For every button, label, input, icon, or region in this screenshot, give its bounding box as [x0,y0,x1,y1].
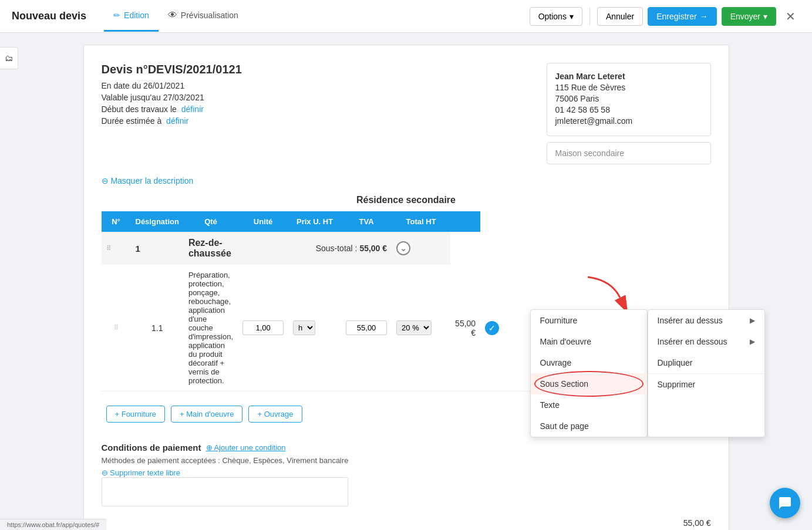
delete-texte-link[interactable]: ⊖ Supprimer texte libre [102,468,711,477]
contact-address1: 115 Rue de Sèvres [555,83,702,92]
document-validity: Valable jusqu'au 27/03/2021 [102,93,523,102]
table-section-row: ⠿ 1 Rez-de-chaussée Sous-total : 55,00 €… [102,232,711,265]
item-total: 55,00 € [450,265,480,391]
conditions-textarea[interactable] [102,477,348,507]
dropdown-item-texte[interactable]: Texte [531,394,647,416]
annuler-button[interactable]: Annuler [597,7,643,26]
section-drag: ⠿ [102,232,131,265]
item-check-icon[interactable]: ✓ [485,321,499,335]
divider [589,8,590,25]
document-header: Devis n°DEVIS/2021/0121 En date du 26/01… [102,63,711,164]
dropdown-item-dupliquer[interactable]: Dupliquer [648,352,764,374]
col-total: Total HT [392,211,450,232]
section-label: Rez-de-chaussée [184,232,238,265]
totals-wrapper: 55,00 € 11,00 € 66,00 € [102,518,711,530]
document-contact: Jean Marc Leteret 115 Rue de Sèvres 7500… [547,63,711,164]
dropdown-item-sous-section[interactable]: Sous Section [531,373,647,394]
col-qty: Qté [184,211,238,232]
section-sous-total: Sous-total : 55,00 € [238,232,392,265]
add-main-oeuvre-button[interactable]: + Main d'oeuvre [171,406,242,423]
table-title: Résidence secondaire [102,195,711,205]
travaux-link[interactable]: définir [181,104,204,114]
add-fourniture-button[interactable]: + Fourniture [106,406,165,423]
insert-type-dropdown: Fourniture Main d'oeuvre Ouvrage Sous Se… [530,309,648,437]
add-ouvrage-button[interactable]: + Ouvrage [248,406,302,423]
arrow-icon: ▶ [750,316,755,325]
item-tva[interactable]: 20 % [392,265,450,391]
tva-select[interactable]: 20 % [396,320,432,335]
main-content: Devis n°DEVIS/2021/0121 En date du 26/01… [0,33,812,530]
section-expand[interactable]: ⌄ [392,232,450,265]
chevron-down-icon: ▾ [570,12,574,21]
contact-address2: 75006 Paris [555,94,702,103]
dropdown-item-inserer-dessus[interactable]: Insérer au dessus ▶ [648,310,764,331]
price-input[interactable] [346,320,387,335]
total-ht-line: 55,00 € [681,518,710,528]
payment-methods: Méthodes de paiement acceptées : Chèque,… [102,456,711,465]
document-duree: Durée estimée à définir [102,116,523,126]
item-num: 1.1 [131,265,184,391]
document-info: Devis n°DEVIS/2021/0121 En date du 26/01… [102,63,523,164]
col-price: Prix U. HT [288,211,341,232]
chat-icon [778,496,792,510]
layout-icon: 🗂 [5,53,13,63]
contact-phone: 01 42 58 65 58 [555,105,702,114]
dropdown-overlay: Fourniture Main d'oeuvre Ouvrage Sous Se… [530,309,765,437]
toggle-description[interactable]: ⊖ Masquer la description [102,176,711,185]
duree-link[interactable]: définir [166,116,188,126]
contact-name: Jean Marc Leteret [555,72,702,81]
col-actions [450,211,480,232]
dropdown-item-supprimer[interactable]: Supprimer [648,374,764,395]
status-url: https://www.obat.fr/app/quotes/# [7,521,99,528]
eye-icon: 👁 [168,10,177,21]
tab-previsualisation-label: Prévisualisation [181,11,238,20]
dropdown-item-fourniture[interactable]: Fourniture [531,310,647,331]
app-header: Nouveau devis ✏ Edition 👁 Prévisualisati… [0,0,812,33]
col-tva: TVA [341,211,392,232]
secondary-label: Maison secondaire [547,142,711,164]
contact-box: Jean Marc Leteret 115 Rue de Sèvres 7500… [547,63,711,136]
tab-edition[interactable]: ✏ Edition [104,1,159,32]
conditions-title: Conditions de paiement ⊕ Ajouter une con… [102,443,711,453]
header-tabs: ✏ Edition 👁 Prévisualisation [104,1,248,32]
pencil-icon: ✏ [113,11,120,20]
page-title: Nouveau devis [12,10,86,22]
col-designation: Désignation [131,211,184,232]
item-price[interactable] [341,265,392,391]
enregistrer-button[interactable]: Enregistrer → [648,7,716,26]
totals-section: 55,00 € 11,00 € 66,00 € [681,518,710,530]
col-unit: Unité [238,211,288,232]
actions-dropdown: Insérer au dessus ▶ Insérer en dessous ▶… [648,309,765,437]
close-button[interactable]: ✕ [781,7,800,26]
dropdown-item-inserer-dessous[interactable]: Insérer en dessous ▶ [648,331,764,352]
table-header-row: N° Désignation Qté Unité Prix U. HT TVA … [102,211,711,232]
sidebar-toggle[interactable]: 🗂 [0,47,18,69]
document-travaux: Début des travaux le définir [102,104,523,114]
section-num: 1 [131,232,184,265]
dropdown-item-main-oeuvre[interactable]: Main d'oeuvre [531,331,647,352]
chevron-down-icon-send: ▾ [763,12,767,21]
add-condition-link[interactable]: ⊕ Ajouter une condition [206,443,286,452]
contact-email: jmleteret@gmail.com [555,116,702,126]
dropdown-item-saut[interactable]: Saut de page [531,416,647,437]
chat-button[interactable] [770,488,800,518]
arrow-icon-2: ▶ [750,337,755,346]
header-actions: Options ▾ Annuler Enregistrer → Envoyer … [530,7,800,26]
tab-previsualisation[interactable]: 👁 Prévisualisation [159,1,248,32]
save-icon: → [700,12,708,21]
item-qty[interactable] [238,265,288,391]
document-card: Devis n°DEVIS/2021/0121 En date du 26/01… [83,45,729,530]
qty-input[interactable] [242,320,284,335]
options-button[interactable]: Options ▾ [530,7,582,26]
expand-icon[interactable]: ⌄ [396,241,410,255]
envoyer-button[interactable]: Envoyer ▾ [722,7,776,26]
status-bar: https://www.obat.fr/app/quotes/# [0,519,106,530]
document-date: En date du 26/01/2021 [102,81,523,90]
item-drag: ⠿ [102,265,131,391]
item-description: Préparation, protection, ponçage, rebouc… [184,265,238,391]
unit-select[interactable]: h [293,320,315,335]
dropdown-item-ouvrage[interactable]: Ouvrage [531,352,647,373]
col-num: N° [102,211,131,232]
item-unit[interactable]: h [288,265,341,391]
document-title: Devis n°DEVIS/2021/0121 [102,63,523,76]
